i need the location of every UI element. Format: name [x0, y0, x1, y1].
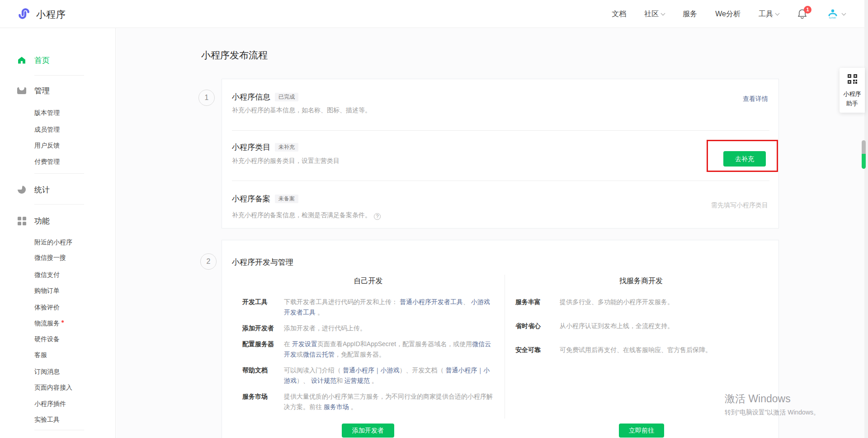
nav-item-services[interactable]: 服务 — [683, 10, 697, 19]
inline-link[interactable]: 小游戏 — [381, 367, 400, 374]
nav-item-community[interactable]: 社区 — [644, 10, 665, 19]
inline-link[interactable]: 微信云托管 — [303, 351, 335, 358]
column-divider — [505, 275, 505, 419]
new-feature-dot — [61, 320, 64, 323]
scrollbar-thumb-gray[interactable] — [862, 140, 866, 154]
dev-row-service-market: 服务市场 提供大量优质的小程序第三方服务，为不同行业的商家提供合适的小程序解决方… — [232, 391, 505, 412]
miniprogram-assistant-widget[interactable]: 小程序 助手 — [840, 68, 865, 113]
status-badge-not-filled: 未补充 — [275, 143, 298, 152]
sidebar-section-label: 功能 — [34, 216, 50, 226]
logo-text: 小程序 — [36, 8, 66, 21]
miniprogram-logo-icon — [17, 7, 31, 22]
notifications-button[interactable]: 1 — [797, 8, 808, 20]
sidebar-item-hardware-devices[interactable]: 硬件设备 — [34, 334, 60, 344]
pie-chart-icon — [17, 185, 26, 194]
sidebar-item-logistics-service[interactable]: 物流服务 — [34, 319, 64, 328]
dev-row-label: 配置服务器 — [242, 339, 284, 360]
chevron-down-icon — [661, 11, 665, 15]
dev-row-text: 提供大量优质的小程序第三方服务，为不同行业的商家提供合适的小程序解决方案。前往 … — [284, 391, 493, 412]
sidebar-section-label: 管理 — [34, 86, 50, 96]
inline-link[interactable]: 服务市场 — [324, 403, 349, 410]
divider — [34, 173, 84, 174]
bell-icon — [797, 13, 807, 21]
nav-item-tools[interactable]: 工具 — [759, 10, 779, 19]
inline-link[interactable]: 普通小程序 — [343, 367, 374, 374]
question-circle-icon[interactable]: ? — [374, 213, 381, 220]
sidebar: 首页 管理 版本管理 成员管理 用户反馈 付费管理 统计 功能 附近的小程序 微… — [0, 28, 116, 438]
sidebar-item-nearby-miniprogram[interactable]: 附近的小程序 — [34, 238, 72, 248]
column-self-develop: 自己开发 开发工具 下载开发者工具进行代码的开发和上传： 普通小程序开发者工具、… — [232, 276, 505, 418]
inline-link[interactable]: 开发设置 — [292, 340, 317, 348]
sidebar-item-wechat-search[interactable]: 微信搜一搜 — [34, 253, 66, 263]
divider — [34, 75, 84, 76]
dev-row-tools: 开发工具 下载开发者工具进行代码的开发和上传： 普通小程序开发者工具、 小游戏开… — [232, 297, 505, 318]
dev-row-label: 帮助文档 — [242, 365, 284, 386]
scrollbar-track — [864, 0, 868, 438]
provider-row-time-saving: 省时省心 从小程序认证到发布上线，全流程支持。 — [514, 321, 768, 331]
inline-link[interactable]: 普通小程序开发者工具 — [400, 298, 463, 305]
inline-link[interactable]: 设计规范 — [311, 377, 336, 384]
sidebar-item-member-manage[interactable]: 成员管理 — [34, 125, 60, 135]
archive-icon — [17, 86, 26, 95]
dev-row-label: 服务市场 — [242, 391, 284, 412]
sidebar-section-features[interactable]: 功能 — [17, 216, 50, 226]
avatar[interactable]: kychakr — [826, 7, 840, 21]
scrollbar-thumb-green[interactable] — [862, 154, 866, 169]
sidebar-item-customer-service[interactable]: 客服 — [34, 350, 47, 360]
provider-row-text: 提供多行业、多功能的小程序开发服务。 — [560, 297, 674, 307]
account-menu[interactable]: kychakr — [826, 7, 845, 21]
top-header: 小程序 文档 社区 服务 We分析 工具 — [0, 0, 868, 28]
add-developer-button[interactable]: 添加开发者 — [342, 424, 394, 438]
inline-link[interactable]: ｜ — [374, 367, 381, 374]
inline-link[interactable]: 运营规范 — [344, 377, 370, 384]
sidebar-item-experience-review[interactable]: 体验评价 — [34, 303, 60, 313]
nav-item-docs[interactable]: 文档 — [612, 10, 626, 19]
sidebar-item-home[interactable]: 首页 — [17, 55, 50, 65]
nav-label: 文档 — [612, 10, 626, 19]
sidebar-item-payment-manage[interactable]: 付费管理 — [34, 157, 60, 167]
go-now-button[interactable]: 立即前往 — [619, 424, 664, 438]
sidebar-item-label: 首页 — [34, 55, 50, 66]
fill-category-button[interactable]: 去补充 — [723, 151, 766, 167]
sidebar-section-label: 统计 — [34, 185, 50, 195]
view-details-link[interactable]: 查看详情 — [743, 95, 768, 103]
sidebar-section-manage[interactable]: 管理 — [17, 86, 50, 95]
dev-row-help-docs: 帮助文档 可以阅读入门介绍（ 普通小程序｜小游戏）、开发文档（ 普通小程序｜小游… — [232, 365, 505, 386]
divider — [34, 430, 84, 430]
nav-item-we-analytics[interactable]: We分析 — [715, 10, 741, 19]
sidebar-item-experimental-tools[interactable]: 实验工具 — [34, 415, 60, 425]
column-find-provider: 找服务商开发 服务丰富 提供多行业、多功能的小程序开发服务。 省时省心 从小程序… — [514, 276, 768, 369]
sidebar-item-wechat-pay[interactable]: 微信支付 — [34, 270, 60, 280]
apps-grid-icon — [17, 216, 26, 225]
step-number-1: 1 — [198, 90, 215, 106]
nav-label: 工具 — [759, 10, 773, 19]
row-desc-category: 补充小程序的服务类目，设置主营类目 — [232, 157, 340, 165]
dev-row-add-developer: 添加开发者 添加开发者，进行代码上传。 — [232, 323, 505, 333]
sidebar-section-stats[interactable]: 统计 — [17, 185, 50, 195]
provider-row-text: 从小程序认证到发布上线，全流程支持。 — [560, 321, 674, 331]
dev-row-text: 在 开发设置页面查看AppID和AppSecret，配置服务器域名，或使用微信云… — [284, 339, 493, 360]
chevron-down-icon — [842, 11, 846, 15]
sidebar-item-subscribe-messages[interactable]: 订阅消息 — [34, 367, 60, 377]
app-root: 小程序 文档 社区 服务 We分析 工具 — [0, 0, 868, 438]
provider-row-label: 安全可靠 — [515, 345, 560, 355]
card2-title: 小程序开发与管理 — [232, 257, 293, 267]
qr-code-icon — [847, 78, 858, 86]
row-title-info: 小程序信息 已完成 — [232, 92, 298, 102]
inline-link[interactable]: 普通小程序 — [446, 367, 477, 374]
step-number-2: 2 — [200, 253, 217, 270]
sidebar-item-shopping-orders[interactable]: 购物订单 — [34, 286, 60, 296]
provider-row-label: 服务丰富 — [515, 297, 560, 307]
page-title: 小程序发布流程 — [201, 49, 268, 62]
sidebar-item-page-content-access[interactable]: 页面内容接入 — [34, 383, 72, 393]
card-miniprogram-setup: 小程序信息 已完成 补充小程序的基本信息，如名称、图标、描述等。 查看详情 小程… — [222, 79, 779, 229]
header-nav: 文档 社区 服务 We分析 工具 — [612, 0, 845, 28]
sidebar-item-version-manage[interactable]: 版本管理 — [34, 108, 60, 118]
dev-row-configure-server: 配置服务器 在 开发设置页面查看AppID和AppSecret，配置服务器域名，… — [232, 339, 505, 360]
assistant-label: 小程序 助手 — [840, 89, 865, 108]
inline-link[interactable]: ｜ — [477, 367, 484, 374]
miniprogram-logo[interactable]: 小程序 — [17, 7, 66, 22]
divider — [34, 204, 84, 205]
sidebar-item-user-feedback[interactable]: 用户反馈 — [34, 141, 60, 151]
sidebar-item-miniprogram-plugins[interactable]: 小程序插件 — [34, 399, 66, 409]
